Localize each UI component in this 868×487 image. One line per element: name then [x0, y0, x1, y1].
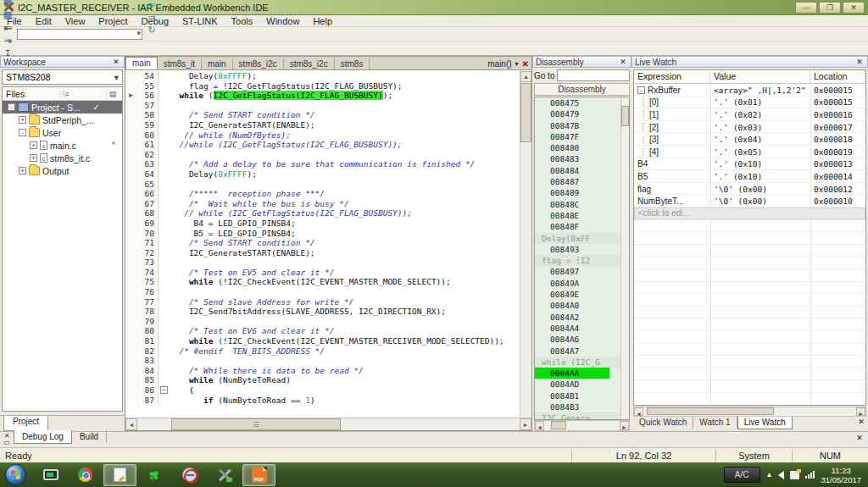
disassembly-address[interactable]: 00847F	[535, 131, 629, 142]
clock[interactable]: 11:23 31/05/2017	[821, 466, 861, 484]
watch-tab-livewatch[interactable]: Live Watch	[737, 417, 793, 429]
disassembly-address[interactable]: 008479	[535, 108, 629, 119]
restore-button[interactable]: ❐	[819, 2, 841, 14]
menu-edit[interactable]: Edit	[29, 16, 58, 26]
column-header-location[interactable]: Location	[810, 70, 865, 83]
watch-row-1[interactable]: ┊[1]'.' (0x02)0x000016	[634, 108, 865, 121]
disassembly-vertical-scrollbar[interactable]	[620, 97, 629, 419]
disassembly-address[interactable]: 008489	[535, 187, 629, 198]
bottom-tab-build[interactable]: Build	[72, 430, 107, 443]
debug-log-panel-close-icon[interactable]: ✕	[854, 434, 865, 442]
disassembly-listing[interactable]: 00847500847900847B00847F0084800084830084…	[534, 97, 630, 420]
watch-row-b5[interactable]: B5'.' (0x10)0x000014	[634, 170, 865, 183]
disassembly-address[interactable]: 00847B	[535, 120, 629, 131]
taskbar-usb-app[interactable]	[173, 464, 206, 486]
taskbar-chrome[interactable]	[69, 464, 102, 486]
disassembly-horizontal-scrollbar[interactable]: ◄►	[534, 420, 630, 431]
disassembly-address[interactable]: 008487	[535, 176, 629, 187]
menu-st-link[interactable]: ST-LINK	[175, 16, 225, 26]
disassembly-address[interactable]: 0084B1	[535, 390, 629, 401]
close-button[interactable]: ✕	[843, 2, 865, 14]
watch-row-0[interactable]: ┊[0]'.' (0x01)0x000015	[634, 97, 865, 109]
disassembly-address[interactable]: 00848C	[535, 199, 629, 210]
menu-window[interactable]: Window	[259, 16, 306, 26]
disassembly-address[interactable]: 0084A4	[535, 323, 629, 334]
disassembly-address[interactable]: 00848F	[535, 221, 629, 232]
disassembly-address[interactable]: 008475	[535, 97, 629, 108]
editor-vertical-scrollbar[interactable]: ▲	[520, 71, 531, 418]
tree-node-user[interactable]: -User	[3, 126, 122, 139]
disassembly-close-icon[interactable]: ✕	[618, 58, 628, 66]
function-dropdown-arrow-icon[interactable]: ▾	[515, 60, 519, 68]
download-icon[interactable]: ↻	[144, 24, 159, 36]
disassembly-current-address[interactable]: 0084AA	[535, 368, 609, 379]
disassembly-address[interactable]: 00848E	[535, 210, 629, 221]
disassembly-address[interactable]: 008497	[535, 266, 629, 277]
toolbar-search-combo[interactable]	[17, 29, 142, 40]
step-over-icon[interactable]: ⇥	[0, 35, 15, 47]
tree-node-mainc[interactable]: +cmain.c*	[3, 139, 122, 152]
expand-icon[interactable]: +	[19, 167, 26, 174]
column-header-value[interactable]: Value	[710, 70, 810, 83]
disassembly-address[interactable]: 008483	[535, 153, 629, 164]
editor-tab-main[interactable]: main	[202, 58, 233, 69]
taskbar-stlink-utility[interactable]	[208, 464, 241, 486]
editor-tab-main[interactable]: main	[125, 57, 158, 69]
menu-view[interactable]: View	[58, 16, 92, 26]
taskbar-clover-app[interactable]: ♣	[138, 464, 171, 486]
disassembly-address[interactable]: 00849E	[535, 289, 629, 300]
workspace-tab-project[interactable]: Project	[3, 416, 48, 431]
column-header-expression[interactable]: Expression	[634, 70, 710, 83]
minimize-button[interactable]: —	[795, 2, 817, 14]
watch-row-2[interactable]: ┊[2]'.' (0x03)0x000017	[634, 121, 865, 134]
editor-close-icon[interactable]: ✕	[522, 59, 529, 69]
taskbar-display-settings[interactable]	[34, 464, 67, 486]
disassembly-address[interactable]: 0084AD	[535, 379, 629, 390]
menu-tools[interactable]: Tools	[225, 16, 260, 26]
collapse-icon[interactable]: -	[19, 129, 26, 136]
editor-horizontal-scrollbar[interactable]: ◄☰ ►	[125, 418, 531, 430]
tree-node-projects[interactable]: -Project - S...✓	[3, 101, 122, 113]
files-column-header[interactable]: Files ⁞≡ ▤	[3, 87, 122, 101]
code-area[interactable]: 54 Delay(0xFFFF);55 flag = !I2C_GetFlagS…	[125, 71, 520, 418]
start-button[interactable]	[5, 464, 26, 485]
fold-collapse-icon[interactable]: −	[160, 386, 168, 394]
tree-node-stdperiph[interactable]: +StdPeriph_...	[3, 113, 122, 126]
watch-tabs-close-icon[interactable]: ✕	[856, 418, 866, 426]
watch-row-numbytet[interactable]: NumByteT...'\0' (0x00)0x000010	[634, 195, 865, 208]
disassembly-header[interactable]: Disassembly	[534, 83, 630, 96]
expand-icon[interactable]: +	[30, 154, 37, 162]
menu-help[interactable]: Help	[306, 16, 339, 26]
tree-node-output[interactable]: +Output	[3, 164, 122, 177]
menu-project[interactable]: Project	[92, 16, 134, 26]
function-dropdown[interactable]: main()	[487, 59, 511, 69]
watch-row-b4[interactable]: B4'.' (0x10)0x000013	[634, 158, 865, 171]
watch-new-expression-row[interactable]: <click to edi...	[634, 208, 865, 219]
watch-row-3[interactable]: ┊[3]'.' (0x04)0x000018	[634, 133, 865, 146]
disassembly-address[interactable]: 0084A7	[535, 346, 629, 357]
network-icon[interactable]	[790, 471, 799, 479]
step-back-icon[interactable]: ⇐	[144, 0, 159, 11]
power-mode-button[interactable]: A/C	[724, 467, 760, 483]
disassembly-address[interactable]: 0084B3	[535, 401, 629, 412]
fold-marker[interactable]: −	[159, 385, 170, 396]
editor-tab-stm8s_it[interactable]: stm8s_it	[158, 58, 202, 69]
disassembly-address[interactable]: 008480	[535, 142, 629, 153]
watch-row-4[interactable]: ┊[4]'.' (0x05)0x000019	[634, 146, 865, 158]
editor-tab-stm8s[interactable]: stm8s	[335, 58, 370, 69]
expand-icon[interactable]: +	[30, 141, 37, 149]
volume-icon[interactable]	[778, 471, 784, 479]
step-forward-icon[interactable]: ⇒	[144, 11, 159, 24]
bottom-tab-debuglog[interactable]: Debug Log	[14, 430, 72, 444]
editor-tab-stm8s_i2c[interactable]: stm8s_i2c	[233, 58, 284, 69]
files-options-icon[interactable]: ⁞≡	[59, 90, 72, 98]
disassembly-address[interactable]: 0084A2	[535, 312, 629, 323]
configuration-dropdown[interactable]: STM8S208	[2, 69, 123, 85]
goto-address-input[interactable]	[557, 69, 630, 81]
reset-icon[interactable]: ●	[0, 0, 15, 12]
disassembly-address[interactable]: 0084A6	[535, 334, 629, 345]
disassembly-address[interactable]: 008484	[535, 165, 629, 176]
watch-row-rxbuffer[interactable]: -RxBuffer<array>" ,H|,1,2'2"0x000015	[634, 84, 865, 97]
debug-log-close-icon[interactable]: ✕▭	[0, 432, 14, 447]
live-watch-horizontal-scrollbar[interactable]: ◄►	[633, 407, 866, 417]
